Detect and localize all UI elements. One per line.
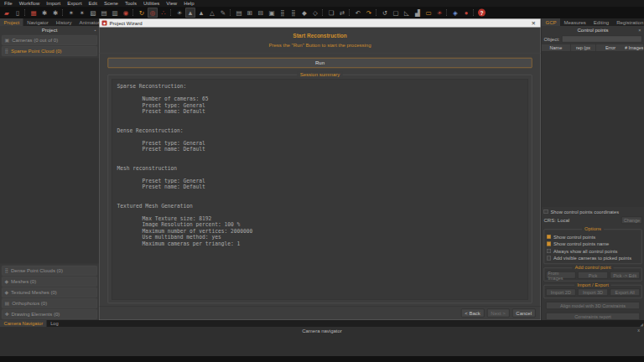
- tab-registration[interactable]: Registration: [613, 18, 644, 26]
- add-visible-cameras-checkbox[interactable]: [547, 256, 551, 260]
- export-all-button[interactable]: Export All: [610, 289, 640, 297]
- menu-workflow[interactable]: Workflow: [16, 0, 44, 7]
- textured-mesh-icon[interactable]: ✴: [77, 8, 87, 18]
- menu-edit[interactable]: Edit: [86, 0, 101, 7]
- sidebar-item-drawing-elements[interactable]: ✚ Drawing Elements (0): [2, 309, 97, 319]
- from-images-button[interactable]: From Images: [546, 272, 576, 279]
- rotate-view-icon[interactable]: ↺: [380, 8, 390, 18]
- sidebar-item-dense-point-clouds[interactable]: ⣿ Dense Point Clouds (0): [2, 266, 97, 276]
- screenshot-icon[interactable]: ▭: [423, 8, 434, 18]
- table-column-header[interactable]: rep (px: [570, 44, 596, 52]
- dialog-close-button[interactable]: ✕: [529, 20, 538, 27]
- menu-file[interactable]: File: [1, 0, 16, 7]
- triangle-icon[interactable]: ▲: [196, 8, 206, 18]
- always-show-all-control-points-checkbox[interactable]: [547, 249, 551, 253]
- tab-history[interactable]: History: [52, 18, 75, 26]
- stereo-view-icon[interactable]: ◈: [450, 8, 460, 18]
- control-points-icon[interactable]: ∴: [158, 8, 169, 18]
- pick-edit-button[interactable]: Pick -> Edit: [610, 272, 640, 279]
- panel-close-icon[interactable]: ×: [638, 28, 641, 33]
- machine-icon[interactable]: ▤: [234, 8, 244, 18]
- back-button[interactable]: < Back: [461, 309, 485, 318]
- toolbar-separator[interactable]: [62, 9, 65, 16]
- menu-utilities[interactable]: Utilities: [140, 0, 163, 7]
- table-column-header[interactable]: # Images: [625, 44, 644, 52]
- camera-icon[interactable]: ◉: [121, 8, 131, 18]
- toolbar-separator[interactable]: [376, 9, 378, 16]
- point-grid-icon[interactable]: ⣿: [278, 8, 288, 18]
- menu-import[interactable]: Import: [43, 0, 64, 7]
- table-column-header[interactable]: Error: [596, 44, 625, 52]
- sidebar-item-orthophotos[interactable]: ▤ Orthophotos (0): [2, 298, 97, 308]
- project-tree-area[interactable]: [0, 59, 99, 264]
- import-photos-icon[interactable]: ▦: [29, 8, 39, 18]
- panel-pin-icon[interactable]: ▪: [95, 28, 96, 33]
- undo-icon[interactable]: ↶: [353, 8, 363, 18]
- toolbar-separator[interactable]: [170, 9, 173, 16]
- show-control-points-name-checkbox[interactable]: [547, 241, 551, 246]
- toolbar-separator[interactable]: [473, 9, 475, 16]
- sparse-reconstruction-icon[interactable]: ✱: [39, 8, 49, 18]
- run-button[interactable]: Run: [108, 58, 532, 68]
- swap-arrows-icon[interactable]: ⇄: [337, 8, 347, 18]
- object-input[interactable]: [562, 36, 641, 43]
- dense-reconstruction-icon[interactable]: ✱: [50, 8, 60, 18]
- sidebar-item-cameras[interactable]: ▣ Cameras (0 out of 0): [2, 35, 97, 45]
- sidebar-item-meshes[interactable]: ◆ Meshes (0): [2, 277, 97, 287]
- tab-log[interactable]: Log: [47, 320, 63, 327]
- show-coordinates-checkbox[interactable]: [544, 209, 548, 214]
- toolbar-separator[interactable]: [24, 9, 27, 16]
- cube-outline-icon[interactable]: ◇: [310, 8, 320, 18]
- tab-editing[interactable]: Editing: [589, 18, 612, 26]
- tab-navigator[interactable]: Navigator: [23, 18, 53, 26]
- resize-grip-icon[interactable]: ◢: [640, 322, 643, 327]
- show-control-points-checkbox[interactable]: [547, 235, 551, 239]
- cancel-button[interactable]: Cancel: [512, 309, 536, 318]
- menu-help[interactable]: Help: [180, 0, 197, 7]
- menu-view[interactable]: View: [163, 0, 180, 7]
- new-document-icon[interactable]: ▯: [13, 8, 23, 18]
- camera-navigator-close-icon[interactable]: x: [637, 328, 640, 333]
- clone-box-icon[interactable]: ▣: [267, 8, 277, 18]
- box-remove-icon[interactable]: ⊟: [256, 8, 266, 18]
- pick-button[interactable]: Pick: [578, 272, 608, 279]
- export-result-icon[interactable]: ▥: [110, 8, 120, 18]
- histogram-icon[interactable]: ▟: [413, 8, 423, 18]
- table-column-header[interactable]: Name: [542, 44, 570, 52]
- zephyr-logo-icon[interactable]: ●: [461, 8, 471, 18]
- cube-icon[interactable]: ◆: [299, 8, 309, 18]
- mesh-extraction-icon[interactable]: ✶: [66, 8, 76, 18]
- help-icon[interactable]: ?: [478, 9, 486, 17]
- crs-change-button[interactable]: Change: [621, 217, 641, 225]
- control-points-table-body[interactable]: [542, 52, 644, 208]
- light-bulb-icon[interactable]: ☀: [434, 8, 444, 18]
- triangle-filled-icon[interactable]: ▲: [185, 8, 195, 18]
- sidebar-item-sparse-point-cloud[interactable]: ⣿ Sparse Point Cloud (0): [2, 46, 97, 56]
- toolbar-separator[interactable]: [349, 9, 351, 16]
- menu-scene[interactable]: Scene: [101, 0, 122, 7]
- pencil-icon[interactable]: ✎: [218, 8, 228, 18]
- tab-project[interactable]: Project: [0, 18, 23, 26]
- toolbar-separator[interactable]: [446, 9, 449, 16]
- triangle-outline-icon[interactable]: △: [207, 8, 217, 18]
- circle-arrow-icon[interactable]: ↻: [137, 8, 147, 18]
- measure-icon[interactable]: ◺: [402, 8, 412, 18]
- sidebar-item-textured-meshes[interactable]: ◆ Textured Meshes (0): [2, 287, 97, 297]
- duplicate-icon[interactable]: ❏: [326, 8, 336, 18]
- redo-icon[interactable]: ↷: [364, 8, 374, 18]
- menu-tools[interactable]: Tools: [122, 0, 140, 7]
- dense-grid-icon[interactable]: ⣿: [288, 8, 299, 18]
- photo-process-icon[interactable]: ▤: [99, 8, 109, 18]
- toolbar-separator[interactable]: [322, 9, 325, 16]
- toolbar-separator[interactable]: [132, 9, 135, 16]
- dialog-titlebar[interactable]: ◆ Project Wizard ✕: [100, 19, 541, 28]
- tab-camera-navigator[interactable]: Camera Navigator: [0, 320, 47, 327]
- menu-export[interactable]: Export: [64, 0, 85, 7]
- toolbar-separator[interactable]: [230, 9, 232, 16]
- tab-measures[interactable]: Measures: [560, 18, 589, 26]
- next-button[interactable]: Next >: [487, 309, 510, 318]
- registration-target-icon[interactable]: ◎: [148, 8, 158, 18]
- box-add-icon[interactable]: ⊞: [245, 8, 255, 18]
- import-3d-button[interactable]: Import 3D: [578, 289, 608, 297]
- open-project-icon[interactable]: ▰: [2, 8, 12, 18]
